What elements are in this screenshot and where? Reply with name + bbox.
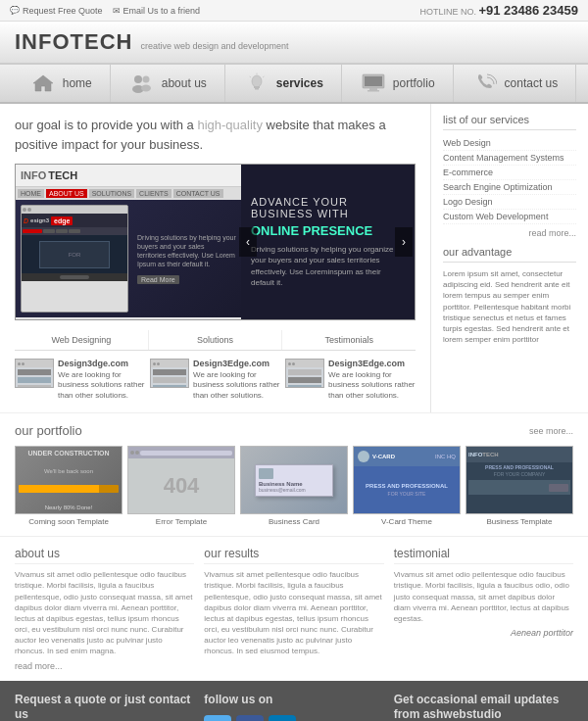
nav-about[interactable]: about us (111, 65, 225, 102)
svg-line-9 (249, 76, 251, 77)
sub-item-text-1: Design3dge.com We are looking for busine… (58, 359, 145, 401)
linkedin-icon[interactable]: in (269, 715, 296, 721)
portfolio-label-4: V-Card Theme (353, 517, 461, 526)
about-title: about us (15, 547, 194, 564)
service-link-6[interactable]: Custom Web Development (443, 210, 576, 224)
browser-dot-2 (27, 208, 31, 212)
sub-item-text-3: Design3Edge.com We are looking for busin… (328, 359, 416, 401)
svg-rect-6 (254, 86, 260, 88)
slideshow: INFOTECH HOME ABOUT US SOLUTIONS CLIENTS… (15, 164, 416, 320)
sub-nav: Web Designing Solutions Testimonials (15, 330, 416, 351)
stripe (153, 369, 186, 375)
slide-nav-clients[interactable]: CLIENTS (136, 189, 172, 198)
footer-social: follow us on T f in Vivamus sit amet pel… (204, 693, 383, 721)
hero-text: our goal is to provide you with a high-q… (15, 116, 416, 154)
slide-arrow-right[interactable]: › (395, 227, 413, 257)
svg-marker-0 (33, 75, 53, 91)
svg-rect-14 (368, 90, 379, 92)
slide-nav-home[interactable]: HOME (18, 189, 44, 198)
service-link-3[interactable]: E-commerce (443, 166, 576, 180)
service-link-1[interactable]: Web Design (443, 136, 576, 151)
about-col: about us Vivamus sit amet odio pellentes… (15, 547, 194, 671)
header: INFOTECH creative web design and develop… (0, 22, 588, 65)
social-icons: T f in (204, 715, 383, 721)
sub-item-3: Design3Edge.com We are looking for busin… (285, 359, 416, 401)
sub-item-thumb-1 (15, 359, 54, 388)
mini-content-1 (16, 367, 53, 387)
stripe (18, 385, 51, 387)
advantage-text: Lorem ipsum sit amet, consectetur adipis… (443, 268, 576, 345)
stripe (18, 369, 51, 375)
svg-point-4 (141, 85, 151, 92)
portfolio-label-3: Business Card (240, 517, 348, 526)
hero-highlight: high-quality (197, 118, 263, 132)
slide-left: INFOTECH HOME ABOUT US SOLUTIONS CLIENTS… (16, 165, 241, 319)
slide-arrow-left[interactable]: ‹ (239, 227, 257, 257)
people-icon (128, 72, 156, 94)
nav-contact-label: contact us (505, 76, 559, 90)
portfolio-label-2: Error Template (127, 517, 235, 526)
facebook-icon[interactable]: f (236, 715, 264, 721)
sub-items: Design3dge.com We are looking for busine… (15, 359, 416, 401)
slide-image-area: D esign3 edge (16, 200, 241, 317)
email-friend-link[interactable]: Email Us to a friend (113, 6, 201, 16)
nav-contact[interactable]: contact us (454, 65, 577, 102)
svg-point-5 (252, 75, 262, 87)
mini-bar-3 (286, 360, 323, 367)
slide-nav-solutions[interactable]: SOLUTIONS (89, 189, 134, 198)
results-text: Vivamus sit amet pellentesque odio fauci… (204, 569, 383, 657)
nav-services[interactable]: services (225, 65, 342, 102)
sub-item-title-2: Design3Edge.com (193, 359, 280, 368)
sub-item-title-1: Design3dge.com (58, 359, 145, 368)
sub-item-text-2: Design3Edge.com We are looking for busin… (193, 359, 280, 401)
twitter-icon[interactable]: T (204, 715, 231, 721)
sub-nav-testimonials[interactable]: Testimonials (282, 330, 416, 350)
bottom-three: about us Vivamus sit amet odio pellentes… (0, 536, 588, 681)
nav-portfolio[interactable]: portfolio (342, 65, 454, 102)
main-nav: home about us services (0, 65, 588, 104)
nav-services-label: services (276, 76, 323, 90)
slide-browser-bar (22, 206, 127, 214)
testimonial-title: testimonial (394, 547, 573, 564)
sub-nav-solutions[interactable]: Solutions (149, 330, 283, 350)
services-read-more[interactable]: read more... (443, 228, 576, 238)
portfolio-item-1: Under Construction We'll be back soon Ne… (15, 446, 122, 526)
service-link-5[interactable]: Logo Design (443, 195, 576, 210)
browser-content: FOR (22, 227, 127, 281)
sub-item-2: Design3Edge.com We are looking for busin… (150, 359, 280, 401)
service-link-4[interactable]: Search Engine Optimization (443, 180, 576, 195)
testimonial-text: Vivamus sit amet odio pellentesque odio … (394, 569, 573, 624)
slide-nav-contact[interactable]: CONTACT US (173, 189, 223, 198)
portfolio-grid: Under Construction We'll be back soon Ne… (15, 446, 573, 526)
footer: Request a quote or just contact us Vivam… (0, 681, 588, 721)
sub-item-thumb-2 (150, 359, 189, 388)
slide-nav-about[interactable]: ABOUT US (46, 189, 87, 198)
bulb-icon (243, 72, 270, 94)
browser-dot-1 (23, 208, 26, 212)
results-col: our results Vivamus sit amet pellentesqu… (204, 547, 383, 671)
service-link-2[interactable]: Content Management Systems (443, 151, 576, 166)
stripe (18, 377, 51, 383)
sub-item-desc-3: We are looking for business solutions ra… (328, 370, 416, 401)
portfolio-thumb-2[interactable]: 404 (127, 446, 235, 514)
dot (153, 362, 156, 365)
newsletter-title: Get occasional email updates from ashweb… (394, 693, 573, 721)
portfolio-thumb-4[interactable]: V-CARD INC HQ PRESS AND PROFESSIONAL FOR… (353, 446, 461, 514)
about-read-more[interactable]: read more... (15, 661, 194, 671)
portfolio-see-more[interactable]: see more... (529, 426, 573, 436)
top-bar-links: Request Free Quote Email Us to a friend (10, 6, 200, 16)
portfolio-thumb-1[interactable]: Under Construction We'll be back soon Ne… (15, 446, 122, 514)
logo: INFOTECH (15, 29, 132, 54)
request-quote-link[interactable]: Request Free Quote (10, 6, 103, 16)
portfolio-thumb-5[interactable]: INFOTECH PRESS AND PROFESSIONAL FOR YOUR… (466, 446, 573, 514)
sub-item-1: Design3dge.com We are looking for busine… (15, 359, 145, 401)
portfolio-thumb-3[interactable]: Business Name business@email.com (240, 446, 348, 514)
main-content: our goal is to provide you with a high-q… (0, 104, 431, 412)
sub-nav-webdesign[interactable]: Web Designing (15, 330, 149, 350)
footer-contact: Request a quote or just contact us Vivam… (15, 693, 194, 721)
stripe (288, 369, 321, 375)
mini-browser-1 (16, 360, 53, 387)
mini-browser-2 (151, 360, 188, 387)
nav-home[interactable]: home (12, 65, 111, 102)
dot (288, 362, 291, 365)
